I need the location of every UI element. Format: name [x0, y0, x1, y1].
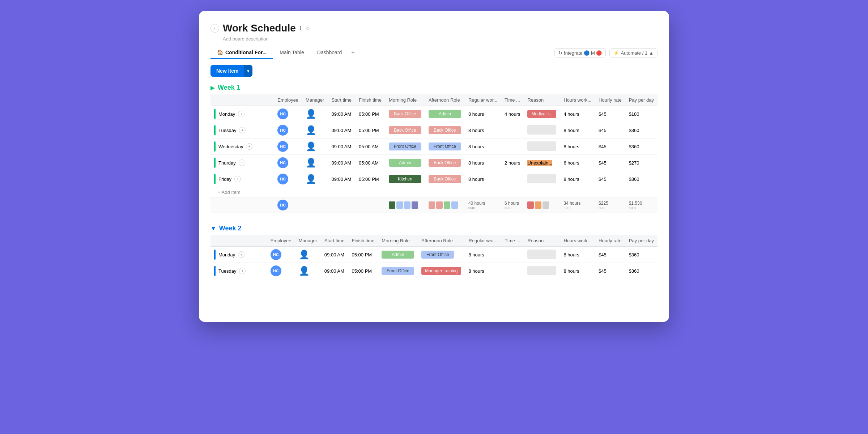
manager-cell: 👤 — [302, 155, 328, 171]
automate-label: Automate / 1 — [621, 50, 647, 56]
avatar: HC — [271, 249, 281, 260]
hourly-rate-cell: $45 — [595, 155, 625, 171]
sum-pay-per-day-cell: $1,530sum — [625, 197, 658, 213]
morning-role-badge: Front Office — [389, 142, 421, 150]
reason-badge: Medical r... — [527, 110, 556, 118]
back-button[interactable]: ‹ — [210, 24, 219, 33]
tab-conditional-label: Conditional For... — [225, 50, 267, 55]
row-color-bar — [214, 125, 216, 135]
reason-cell — [524, 263, 560, 279]
star-icon[interactable]: ☆ — [305, 25, 310, 32]
manager-avatar-icon: 👤 — [306, 125, 316, 135]
sum-label-rate: sum — [599, 206, 622, 210]
hours-worked-cell: 8 hours — [560, 139, 595, 155]
add-row-button[interactable]: + — [246, 143, 252, 150]
day-label: Monday — [218, 111, 235, 117]
add-row-button[interactable]: + — [238, 251, 244, 258]
table-row: Thurday + HC 👤 09:00 AM 05:00 AM Admin B… — [210, 155, 658, 171]
add-row-button[interactable]: + — [239, 159, 245, 166]
afternoon-role-cell: Back Office — [425, 171, 465, 187]
morning-role-badge: Kitchen — [389, 175, 421, 183]
hours-worked-cell: 6 hours — [560, 155, 595, 171]
day-label: Monday — [218, 252, 235, 258]
finish-time-cell: 05:00 AM — [355, 139, 385, 155]
new-item-button[interactable]: New Item — [210, 65, 244, 77]
sum-abar-3 — [444, 201, 450, 209]
tab-actions: ↻ Integrate 🔵 M 🔴 ⚡ Automate / 1 ▲ — [554, 48, 658, 58]
table-row: Monday + HC 👤 09:00 AM 05:00 PM Admin Fr… — [210, 247, 658, 263]
sum-bar-4 — [412, 201, 418, 209]
integrate-button[interactable]: ↻ Integrate 🔵 M 🔴 — [554, 48, 606, 58]
afternoon-role-badge: Back Office — [429, 159, 461, 167]
regular-work-cell: 8 hours — [465, 139, 501, 155]
col-afternoon-role-w2: Afternoon Role — [418, 235, 465, 247]
afternoon-role-badge: Admin — [429, 110, 461, 118]
day-cell: Monday + — [210, 247, 267, 263]
start-time-cell: 09:00 AM — [328, 171, 355, 187]
week1-chevron-icon[interactable]: ▶ — [210, 84, 215, 91]
sum-start-cell — [328, 197, 355, 213]
manager-cell: 👤 — [295, 247, 321, 263]
morning-role-badge: Admin — [382, 251, 414, 259]
start-time-cell: 09:00 AM — [328, 155, 355, 171]
week1-header-row: Employee Manager Start time Finish time … — [210, 94, 658, 106]
add-item-cell[interactable]: + Add Item — [210, 187, 658, 197]
finish-time-cell: 05:00 PM — [348, 247, 378, 263]
sum-afternoon-cell — [425, 197, 465, 213]
col-hourly-rate: Hourly rate — [595, 94, 625, 106]
morning-role-cell: Back Office — [385, 106, 425, 122]
pay-per-day-cell: $360 — [625, 263, 658, 279]
add-row-button[interactable]: + — [239, 268, 246, 274]
hours-worked-cell: 8 hours — [560, 263, 595, 279]
start-time-cell: 09:00 AM — [328, 122, 355, 139]
morning-role-cell: Back Office — [385, 122, 425, 139]
reason-cell — [524, 139, 560, 155]
reason-cell — [524, 247, 560, 263]
add-row-button[interactable]: + — [234, 176, 241, 182]
add-item-row: + Add Item — [210, 187, 658, 197]
col-day — [210, 94, 274, 106]
sum-day-cell — [210, 197, 274, 213]
sum-label-regular: sum — [468, 206, 497, 210]
col-hours-worked: Hours work... — [560, 94, 595, 106]
col-hourly-rate-w2: Hourly rate — [595, 235, 625, 247]
sum-abar-1 — [429, 201, 435, 209]
board-description[interactable]: Add board description — [210, 36, 658, 42]
new-item-caret[interactable]: ▾ — [244, 65, 252, 77]
tab-conditional[interactable]: 🏠 Conditional For... — [210, 47, 273, 59]
regular-work-cell: 8 hours — [465, 155, 501, 171]
sum-morning-bars — [389, 201, 421, 209]
tab-add-button[interactable]: + — [348, 48, 357, 58]
add-row-button[interactable]: + — [238, 111, 244, 117]
regular-work-cell: 8 hours — [465, 263, 501, 279]
start-time-cell: 09:00 AM — [321, 247, 348, 263]
info-icon[interactable]: ℹ — [299, 25, 302, 32]
manager-cell: 👤 — [302, 171, 328, 187]
week2-title: Week 2 — [219, 225, 242, 232]
sum-reason-bars — [527, 201, 556, 209]
hourly-rate-cell: $45 — [595, 139, 625, 155]
start-time-cell: 09:00 AM — [328, 106, 355, 122]
week2-chevron-icon[interactable]: ▼ — [210, 225, 216, 232]
row-color-bar — [214, 174, 216, 184]
manager-cell: 👤 — [302, 139, 328, 155]
col-start-w2: Start time — [321, 235, 348, 247]
start-time-cell: 09:00 AM — [321, 263, 348, 279]
sum-hours-worked-cell: 34 hourssum — [560, 197, 595, 213]
day-cell: Tuesday + — [210, 263, 267, 279]
reason-empty — [527, 174, 556, 183]
regular-work-cell: 8 hours — [465, 106, 501, 122]
automate-button[interactable]: ⚡ Automate / 1 ▲ — [609, 48, 658, 58]
row-color-bar — [214, 266, 216, 276]
employee-cell: HC — [274, 171, 302, 187]
manager-avatar-icon: 👤 — [306, 109, 316, 119]
time-off-cell: 4 hours — [501, 106, 524, 122]
tab-main[interactable]: Main Table — [273, 47, 310, 59]
finish-time-cell: 05:00 AM — [355, 155, 385, 171]
week1-title: Week 1 — [218, 84, 240, 92]
week1-section-header: ▶ Week 1 — [210, 84, 658, 92]
add-row-button[interactable]: + — [239, 127, 246, 133]
time-off-cell — [501, 122, 524, 139]
tab-dashboard[interactable]: Dashboard — [311, 47, 349, 59]
day-cell: Friday + — [210, 171, 274, 187]
